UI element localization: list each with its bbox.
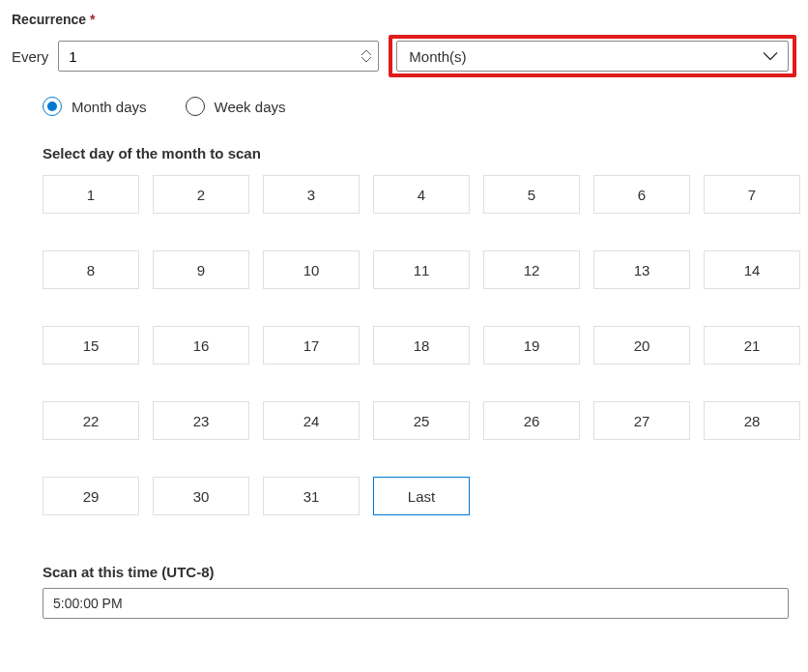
day-btn-8[interactable]: 8: [43, 250, 139, 289]
day-btn-22[interactable]: 22: [43, 401, 139, 440]
day-btn-7[interactable]: 7: [704, 175, 800, 214]
day-btn-10[interactable]: 10: [263, 250, 360, 289]
day-btn-4[interactable]: 4: [373, 175, 470, 214]
unit-select-value: Month(s): [409, 48, 466, 65]
day-btn-2[interactable]: 2: [153, 175, 249, 214]
day-btn-17[interactable]: 17: [263, 326, 360, 365]
day-btn-12[interactable]: 12: [483, 250, 580, 289]
day-btn-26[interactable]: 26: [483, 401, 580, 440]
day-btn-28[interactable]: 28: [704, 401, 800, 440]
day-btn-14[interactable]: 14: [704, 250, 800, 289]
radio-month-days[interactable]: Month days: [43, 97, 147, 116]
day-btn-6[interactable]: 6: [593, 175, 690, 214]
radio-week-days-label: Week days: [215, 99, 286, 115]
scan-time-input[interactable]: 5:00:00 PM: [43, 588, 789, 619]
every-row: Every Month(s): [12, 35, 796, 77]
day-btn-last[interactable]: Last: [373, 477, 470, 515]
day-btn-23[interactable]: 23: [153, 401, 249, 440]
spinner-down-icon[interactable]: [361, 56, 371, 62]
day-btn-18[interactable]: 18: [373, 326, 470, 365]
day-btn-1[interactable]: 1: [43, 175, 139, 214]
select-day-label: Select day of the month to scan: [43, 145, 796, 161]
scan-time-label: Scan at this time (UTC-8): [43, 564, 796, 580]
day-btn-29[interactable]: 29: [43, 477, 139, 515]
recurrence-label: Recurrence *: [12, 12, 796, 27]
every-label: Every: [12, 48, 48, 65]
day-btn-21[interactable]: 21: [704, 326, 800, 365]
day-btn-11[interactable]: 11: [373, 250, 470, 289]
chevron-down-icon: [763, 48, 778, 65]
day-btn-27[interactable]: 27: [593, 401, 690, 440]
radio-unselected-icon: [186, 97, 205, 116]
day-btn-25[interactable]: 25: [373, 401, 470, 440]
required-asterisk: *: [90, 12, 95, 27]
radio-month-days-label: Month days: [72, 99, 147, 115]
day-btn-13[interactable]: 13: [593, 250, 690, 289]
day-btn-9[interactable]: 9: [153, 250, 249, 289]
day-btn-16[interactable]: 16: [153, 326, 249, 365]
day-btn-24[interactable]: 24: [263, 401, 360, 440]
day-btn-19[interactable]: 19: [483, 326, 580, 365]
day-btn-5[interactable]: 5: [483, 175, 580, 214]
day-btn-30[interactable]: 30: [153, 477, 249, 515]
interval-spinner[interactable]: [58, 41, 379, 72]
unit-select-highlight: Month(s): [389, 35, 796, 77]
scan-time-value: 5:00:00 PM: [53, 596, 123, 611]
day-grid: 1234567891011121314151617181920212223242…: [43, 175, 796, 515]
radio-week-days[interactable]: Week days: [186, 97, 286, 116]
day-btn-20[interactable]: 20: [593, 326, 690, 365]
day-btn-31[interactable]: 31: [263, 477, 360, 515]
day-btn-3[interactable]: 3: [263, 175, 360, 214]
unit-select[interactable]: Month(s): [396, 41, 789, 72]
interval-input[interactable]: [59, 42, 378, 71]
day-mode-radios: Month days Week days: [43, 97, 796, 116]
day-btn-15[interactable]: 15: [43, 326, 139, 365]
radio-selected-icon: [43, 97, 62, 116]
